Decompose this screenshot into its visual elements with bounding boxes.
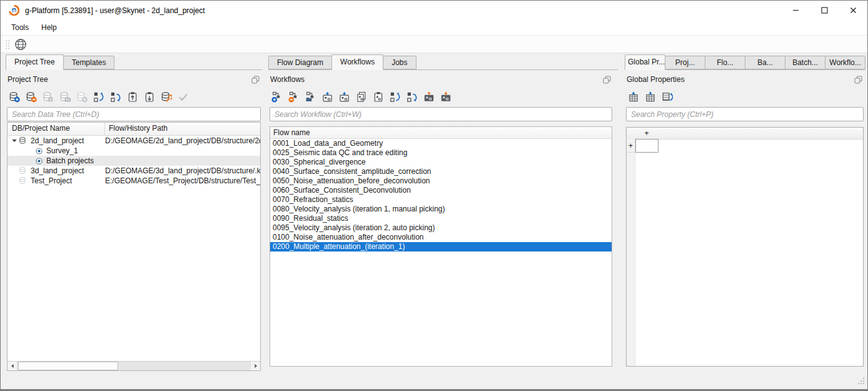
tab-flo[interactable]: Flo... <box>705 56 745 69</box>
tree-item-path: D:/GEOMAGE/3d_land_project/DB/structure/… <box>105 166 260 175</box>
center-tabbar: Flow DiagramWorkflowsJobs <box>268 54 618 69</box>
search-data-tree-input[interactable] <box>7 107 261 121</box>
database-tools-icon[interactable] <box>159 89 173 104</box>
menu-bar: ToolsHelp <box>1 20 867 36</box>
refresh-properties-icon[interactable] <box>660 89 674 104</box>
export-properties-icon[interactable] <box>643 89 657 104</box>
tree-row-2d-land-project[interactable]: 2d_land_projectD:/GEOMAGE/2d_land_projec… <box>8 136 260 146</box>
resize-grip-icon[interactable] <box>857 376 865 387</box>
open-workflow-icon[interactable] <box>303 89 318 104</box>
tree-row-survey-1[interactable]: Survey_1 <box>8 146 260 156</box>
undo-icon[interactable] <box>388 89 402 104</box>
property-grid: + + <box>626 127 864 367</box>
window-controls <box>781 1 867 20</box>
tree-item-label: 2d_land_project <box>31 136 84 145</box>
tab-proj[interactable]: Proj... <box>665 56 705 69</box>
left-tabbar: Project TreeTemplates <box>6 54 262 69</box>
workflow-item-0095-velocity-analysis-iteration-2-auto-[interactable]: 0095_Velocity_analysis (iteration 2, aut… <box>270 223 612 233</box>
tree-expander-icon[interactable] <box>11 138 19 144</box>
import-workflow-icon[interactable] <box>337 89 351 104</box>
flow-name-column-header[interactable]: Flow name <box>270 127 612 139</box>
tree-item-path: E:/GEOMAGE/Test_Project/DB/structure/Tes… <box>105 176 260 185</box>
float-panel-icon[interactable] <box>602 74 612 84</box>
app-window: g g-Platform [5.23891] - user@Skynet - 2… <box>0 0 868 391</box>
export-workflow-icon[interactable] <box>320 89 335 104</box>
property-grid-row-strip <box>627 139 635 366</box>
import-properties-icon[interactable] <box>626 89 640 104</box>
open-database-icon <box>58 89 72 104</box>
property-cell[interactable] <box>635 139 659 153</box>
scrollbar-track[interactable] <box>18 362 250 370</box>
project-tree-panel: Project Tree DB/Project Name Flow/Histor… <box>6 69 262 371</box>
add-column-button[interactable]: + <box>635 128 659 139</box>
globe-icon[interactable] <box>13 37 28 52</box>
workflow-item-0030-spherical-divergence[interactable]: 0030_Spherical_divergence <box>270 158 612 167</box>
tab-workflows[interactable]: Workflows <box>331 54 383 70</box>
maximize-button[interactable] <box>810 1 839 20</box>
paste-workflow-icon[interactable] <box>371 89 385 104</box>
copy-database-icon <box>41 89 55 104</box>
search-property-input[interactable] <box>626 107 864 121</box>
remove-workflow-icon[interactable] <box>286 89 301 104</box>
tab-flow-diagram[interactable]: Flow Diagram <box>268 56 332 69</box>
column-header-flow-history-path[interactable]: Flow/History Path <box>105 123 260 135</box>
tree-row-batch-projects[interactable]: Batch projects <box>8 156 260 166</box>
menu-help[interactable]: Help <box>35 21 63 34</box>
survey-radio-icon <box>35 147 43 155</box>
tab-batch[interactable]: Batch... <box>785 56 825 69</box>
remove-database-icon[interactable] <box>24 89 38 104</box>
import-tree-icon[interactable] <box>142 89 156 104</box>
tab-ba[interactable]: Ba... <box>745 56 785 69</box>
workflow-item-0200-multiple-attenuation-iteration-1[interactable]: 0200_Multiple_attenuation_(iteration_1) <box>270 242 612 251</box>
export-tree-icon[interactable] <box>125 89 139 104</box>
workflow-item-0025-seismic-data-qc-and-trace-editing[interactable]: 0025_Seismic data QC and trace editing <box>270 148 612 158</box>
project-tree-dock: Project TreeTemplates Project Tree DB/Pr… <box>6 54 262 371</box>
tab-workflo[interactable]: Workflo... <box>825 56 865 69</box>
add-row-button[interactable]: + <box>627 139 635 153</box>
workflow-item-0001-load-data-and-geometry[interactable]: 0001_Load_data_and_Geometry <box>270 139 612 148</box>
scroll-right-icon[interactable] <box>250 362 260 370</box>
workflow-list: Flow name 0001_Load_data_and_Geometry002… <box>270 126 612 367</box>
panel-title-global-properties: Global Properties <box>627 75 853 84</box>
tab-global-pr[interactable]: Global Pr... <box>625 54 665 70</box>
workflow-item-0060-surface-consistent-deconvolution[interactable]: 0060_Surface_Consistent_Deconvolution <box>270 186 612 195</box>
add-workflow-icon[interactable] <box>270 89 284 104</box>
scrollbar-thumb[interactable] <box>18 362 118 370</box>
database-icon <box>19 176 28 185</box>
reload-tree-icon[interactable] <box>91 89 106 104</box>
scroll-left-icon[interactable] <box>8 362 18 370</box>
minimize-button[interactable] <box>781 1 810 20</box>
search-workflow-input[interactable] <box>270 107 612 121</box>
upload-workflow-icon[interactable] <box>421 89 436 104</box>
column-header-db-project-name[interactable]: DB/Project Name <box>8 123 105 135</box>
project-tree-body: 2d_land_projectD:/GEOMAGE/2d_land_projec… <box>8 136 260 361</box>
workflow-item-0050-noise-attenuation-before-deconvolut[interactable]: 0050_Noise_attenuation_before_deconvolut… <box>270 176 612 186</box>
close-button[interactable] <box>839 1 867 20</box>
toolbar-drag-handle-icon[interactable] <box>5 39 10 50</box>
download-workflow-icon[interactable] <box>438 89 453 104</box>
tree-item-label: 3d_land_project <box>31 166 84 175</box>
float-panel-icon[interactable] <box>853 74 863 84</box>
tab-project-tree[interactable]: Project Tree <box>6 54 64 70</box>
workflow-list-body: 0001_Load_data_and_Geometry0025_Seismic … <box>270 139 612 251</box>
workflow-item-0080-velocity-analysis-iteration-1-manua[interactable]: 0080_Velocity_analysis (iteration 1, man… <box>270 205 612 214</box>
sync-tree-icon[interactable] <box>108 89 123 104</box>
right-tabbar: Global Pr...Proj...Flo...Ba...Batch...Wo… <box>625 54 865 69</box>
add-database-icon[interactable] <box>7 89 21 104</box>
copy-workflow-icon[interactable] <box>354 89 368 104</box>
float-panel-icon[interactable] <box>250 74 260 84</box>
menu-tools[interactable]: Tools <box>5 21 35 34</box>
tree-row-test-project[interactable]: Test_ProjectE:/GEOMAGE/Test_Project/DB/s… <box>8 176 260 186</box>
tree-row-3d-land-project[interactable]: 3d_land_projectD:/GEOMAGE/3d_land_projec… <box>8 166 260 176</box>
app-toolbar <box>1 36 867 53</box>
tab-jobs[interactable]: Jobs <box>383 56 416 69</box>
horizontal-scrollbar[interactable] <box>8 361 260 370</box>
workflow-item-0100-noise-attenuation-after-deconvoluti[interactable]: 0100_Noise_attenuation_after_deconvoluti… <box>270 233 612 242</box>
database-icon <box>19 166 28 175</box>
redo-icon[interactable] <box>405 89 419 104</box>
panel-title-project-tree: Project Tree <box>8 75 250 84</box>
workflow-item-0090-residual-statics[interactable]: 0090_Residual_statics <box>270 214 612 223</box>
workflow-item-0040-surface-consistent-amplitude-correc[interactable]: 0040_Surface_consistent_amplitude_correc… <box>270 167 612 176</box>
workflow-item-0070-refraction-statics[interactable]: 0070_Refraction_statics <box>270 195 612 205</box>
tab-templates[interactable]: Templates <box>63 56 115 69</box>
